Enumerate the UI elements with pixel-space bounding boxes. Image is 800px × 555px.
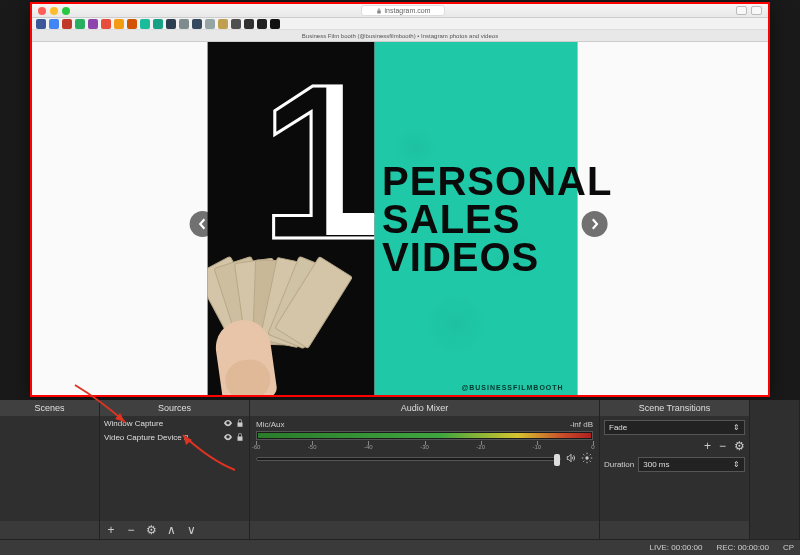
volume-slider[interactable]	[256, 457, 561, 461]
bookmark-favicon	[36, 19, 46, 29]
bookmarks-bar	[32, 18, 768, 30]
speaker-icon[interactable]	[565, 452, 577, 466]
mac-titlebar: instagram.com	[32, 4, 768, 18]
bookmark-favicon	[101, 19, 111, 29]
bookmark-favicon	[62, 19, 72, 29]
scenes-panel: Scenes	[0, 400, 100, 539]
cpu-readout: CP	[783, 543, 794, 552]
share-icon	[736, 6, 747, 15]
bookmark-favicon	[257, 19, 267, 29]
transition-remove-button[interactable]: −	[719, 439, 726, 453]
source-row[interactable]: Video Capture Device 2	[100, 430, 249, 444]
meter-tick-label: -20	[476, 444, 485, 450]
bookmark-favicon	[140, 19, 150, 29]
scene-transitions-panel: Scene Transitions Fade ⇕ + − ⚙ Duration …	[600, 400, 750, 539]
add-source-button[interactable]: +	[104, 523, 118, 537]
mixer-settings-icon[interactable]	[581, 452, 593, 466]
transitions-header: Scene Transitions	[600, 400, 749, 416]
sources-footer: + − ⚙ ∧ ∨	[100, 521, 249, 539]
bookmark-favicon	[49, 19, 59, 29]
transition-settings-button[interactable]: ⚙	[734, 439, 745, 453]
mixer-header: Audio Mixer	[250, 400, 599, 416]
duration-input[interactable]: 300 ms ⇕	[638, 457, 745, 472]
scenes-header: Scenes	[0, 400, 99, 416]
bookmark-favicon	[231, 19, 241, 29]
source-settings-button[interactable]: ⚙	[144, 523, 158, 537]
source-down-button[interactable]: ∨	[184, 523, 198, 537]
audio-meter	[256, 431, 593, 440]
live-timer: LIVE: 00:00:00	[649, 543, 702, 552]
bookmark-favicon	[166, 19, 176, 29]
traffic-max-icon	[62, 7, 70, 15]
post-right-panel: PERSONAL SALES VIDEOS @BUSINESSFILMBOOTH	[374, 42, 577, 395]
meter-tick-label: 0	[591, 444, 594, 450]
captured-browser-window: instagram.com Business Film booth (@busi…	[30, 2, 770, 397]
duration-label: Duration	[604, 460, 634, 469]
bookmark-favicon	[153, 19, 163, 29]
bookmark-favicon	[244, 19, 254, 29]
handle-text: @BUSINESSFILMBOOTH	[461, 384, 563, 391]
bottom-dock: Scenes Sources Window CaptureVideo Captu…	[0, 400, 800, 539]
meter-tick-label: -10	[532, 444, 541, 450]
mixer-level-readout: -inf dB	[570, 420, 593, 429]
sources-header: Sources	[100, 400, 249, 416]
bookmark-favicon	[218, 19, 228, 29]
post-left-panel: 1 1	[208, 42, 375, 395]
bookmark-favicon	[192, 19, 202, 29]
transition-selected-label: Fade	[609, 423, 627, 432]
page-content: 1 1 PERSONAL SALES VIDEOS @BUSINESSFILMB…	[32, 42, 768, 395]
rec-timer: REC: 00:00:00	[716, 543, 768, 552]
chevron-right-icon	[589, 218, 601, 230]
lock-icon[interactable]	[235, 432, 245, 442]
bookmark-favicon	[179, 19, 189, 29]
headline-line-2: SALES	[382, 200, 577, 238]
tabs-icon	[751, 6, 762, 15]
meter-tick-label: -30	[420, 444, 429, 450]
browser-tab: Business Film booth (@businessfilmbooth)…	[32, 30, 768, 42]
bookmark-favicon	[205, 19, 215, 29]
duration-value: 300 ms	[643, 460, 669, 469]
headline-line-1: PERSONAL	[382, 162, 577, 200]
url-text: instagram.com	[385, 7, 431, 14]
audio-mixer-panel: Audio Mixer Mic/Aux -inf dB -60-50-40-30…	[250, 400, 600, 539]
lock-icon[interactable]	[235, 418, 245, 428]
headline-line-3: VIDEOS	[382, 238, 577, 276]
scenes-footer	[0, 521, 99, 539]
controls-panel	[750, 400, 800, 539]
bookmark-favicon	[127, 19, 137, 29]
transition-select[interactable]: Fade ⇕	[604, 420, 745, 435]
stepper-icon[interactable]: ⇕	[733, 460, 740, 469]
visibility-eye-icon[interactable]	[223, 418, 233, 428]
sources-panel[interactable]: Sources Window CaptureVideo Capture Devi…	[100, 400, 250, 539]
address-bar: instagram.com	[74, 5, 732, 16]
remove-source-button[interactable]: −	[124, 523, 138, 537]
meter-tick-label: -50	[308, 444, 317, 450]
svg-point-0	[585, 456, 588, 459]
traffic-min-icon	[50, 7, 58, 15]
lock-icon	[376, 8, 382, 14]
chevron-updown-icon: ⇕	[733, 423, 740, 432]
source-up-button[interactable]: ∧	[164, 523, 178, 537]
bookmark-favicon	[114, 19, 124, 29]
traffic-close-icon	[38, 7, 46, 15]
source-name: Window Capture	[104, 419, 163, 428]
meter-tick-label: -60	[252, 444, 261, 450]
transition-add-button[interactable]: +	[704, 439, 711, 453]
preview-area: instagram.com Business Film booth (@busi…	[0, 0, 800, 400]
source-name: Video Capture Device 2	[104, 433, 188, 442]
carousel-next-button	[582, 211, 608, 237]
instagram-post: 1 1 PERSONAL SALES VIDEOS @BUSINESSFILMB…	[208, 42, 578, 395]
source-row[interactable]: Window Capture	[100, 416, 249, 430]
mixer-channel-label: Mic/Aux	[256, 420, 284, 429]
tab-title: Business Film booth (@businessfilmbooth)…	[302, 33, 498, 39]
money-hand-graphic	[208, 240, 338, 395]
status-bar: LIVE: 00:00:00 REC: 00:00:00 CP	[0, 539, 800, 555]
bookmark-favicon	[270, 19, 280, 29]
meter-tick-label: -40	[364, 444, 373, 450]
bookmark-favicon	[75, 19, 85, 29]
visibility-eye-icon[interactable]	[223, 432, 233, 442]
bookmark-favicon	[88, 19, 98, 29]
